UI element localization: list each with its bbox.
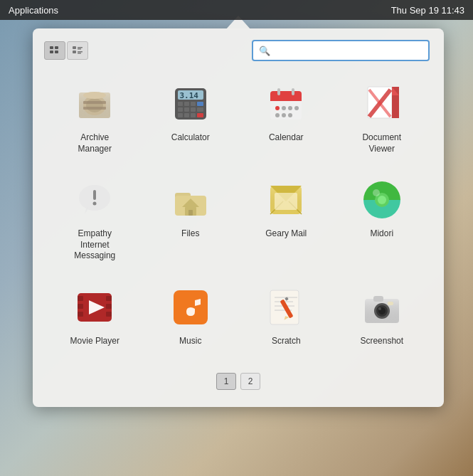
search-box[interactable]: 🔍	[252, 40, 430, 61]
svg-rect-69	[78, 296, 83, 301]
svg-rect-57	[188, 210, 193, 216]
svg-point-91	[378, 307, 381, 310]
svg-rect-15	[83, 107, 106, 110]
scratch-icon	[263, 285, 309, 330]
geary-mail-icon	[263, 177, 309, 223]
svg-point-52	[93, 202, 97, 206]
svg-point-13	[86, 98, 103, 112]
svg-rect-63	[275, 193, 297, 210]
svg-rect-30	[191, 113, 196, 117]
page-1-button[interactable]: 1	[216, 373, 236, 390]
svg-rect-35	[277, 88, 280, 95]
search-area: 🔍	[33, 28, 444, 67]
svg-rect-3	[55, 51, 58, 53]
svg-rect-29	[184, 113, 189, 117]
svg-rect-9	[78, 53, 81, 54]
svg-point-42	[282, 113, 286, 117]
svg-rect-73	[106, 304, 112, 309]
page-2-button[interactable]: 2	[240, 373, 260, 390]
svg-rect-74	[106, 312, 112, 317]
app-geary-mail[interactable]: Geary Mail	[238, 169, 334, 270]
app-launcher: 🔍	[33, 28, 444, 407]
calculator-icon: 3.14	[168, 81, 213, 127]
svg-point-41	[275, 113, 280, 117]
search-input[interactable]	[273, 46, 422, 56]
app-movie-player[interactable]: Movie Player	[47, 276, 143, 356]
datetime: Thu Sep 19 11:43	[391, 5, 464, 16]
movie-player-icon	[72, 285, 117, 330]
empathy-icon	[72, 177, 117, 223]
app-empathy[interactable]: Empathy Internet Messaging	[47, 169, 143, 270]
screenshot-icon	[359, 285, 405, 330]
app-document-viewer[interactable]: Document Viewer	[334, 73, 430, 163]
apps-label: Applications	[9, 5, 58, 16]
calendar-icon	[263, 81, 309, 127]
svg-rect-36	[292, 88, 294, 95]
document-viewer-label: Document Viewer	[350, 132, 414, 154]
svg-rect-27	[197, 107, 203, 112]
calendar-label: Calendar	[269, 132, 304, 144]
midori-label: Midori	[370, 228, 393, 240]
svg-rect-92	[388, 302, 393, 305]
files-label: Files	[181, 228, 199, 240]
svg-rect-25	[184, 107, 189, 112]
grid-view-button[interactable]	[44, 41, 65, 60]
apps-grid: Archive Manager 3.14	[33, 67, 444, 367]
svg-rect-1	[55, 46, 58, 49]
svg-rect-70	[78, 304, 83, 309]
calculator-label: Calculator	[171, 132, 210, 144]
svg-rect-0	[50, 46, 53, 49]
svg-text:3.14: 3.14	[179, 91, 198, 100]
svg-rect-24	[178, 107, 183, 112]
geary-mail-label: Geary Mail	[265, 228, 307, 240]
document-viewer-icon	[359, 81, 405, 127]
svg-rect-87	[373, 296, 383, 302]
svg-rect-34	[270, 97, 302, 101]
archive-manager-icon	[72, 81, 117, 127]
app-calculator[interactable]: 3.14 Calculator	[143, 73, 239, 163]
svg-rect-7	[73, 51, 76, 53]
svg-point-37	[275, 106, 280, 110]
archive-manager-label: Archive Manager	[63, 132, 127, 154]
svg-rect-28	[178, 113, 183, 117]
list-view-button[interactable]	[67, 41, 88, 60]
screenshot-label: Screenshot	[360, 336, 403, 347]
svg-rect-6	[78, 48, 81, 50]
app-scratch[interactable]: Scratch	[238, 276, 334, 356]
app-midori[interactable]: Midori	[334, 169, 430, 270]
movie-player-label: Movie Player	[70, 336, 119, 347]
search-icon: 🔍	[259, 46, 270, 56]
svg-rect-72	[106, 296, 112, 301]
app-calendar[interactable]: Calendar	[238, 73, 334, 163]
svg-rect-8	[78, 51, 83, 53]
view-toggle	[44, 41, 88, 60]
app-archive-manager[interactable]: Archive Manager	[47, 73, 143, 163]
svg-rect-2	[50, 51, 53, 53]
svg-rect-31	[197, 113, 203, 117]
svg-point-16	[83, 92, 106, 99]
music-label: Music	[179, 336, 201, 347]
svg-point-38	[282, 106, 286, 110]
svg-rect-22	[191, 102, 196, 106]
svg-rect-5	[78, 47, 83, 48]
app-screenshot[interactable]: Screenshot	[334, 276, 430, 356]
svg-rect-26	[191, 107, 196, 112]
svg-rect-23	[197, 102, 203, 106]
svg-rect-4	[73, 46, 76, 49]
scratch-label: Scratch	[272, 336, 301, 347]
empathy-label: Empathy Internet Messaging	[63, 228, 127, 262]
svg-point-43	[288, 113, 292, 117]
svg-rect-51	[93, 190, 96, 200]
music-icon	[168, 285, 213, 330]
svg-rect-21	[184, 102, 189, 106]
svg-point-40	[294, 106, 299, 110]
topbar: Applications Thu Sep 19 11:43	[0, 0, 473, 20]
svg-rect-20	[178, 102, 183, 106]
app-files[interactable]: Files	[143, 169, 239, 270]
app-music[interactable]: Music	[143, 276, 239, 356]
svg-point-39	[288, 106, 292, 110]
pagination: 1 2	[33, 367, 444, 390]
files-icon	[168, 177, 213, 223]
svg-rect-14	[83, 101, 106, 104]
svg-point-66	[378, 196, 386, 204]
